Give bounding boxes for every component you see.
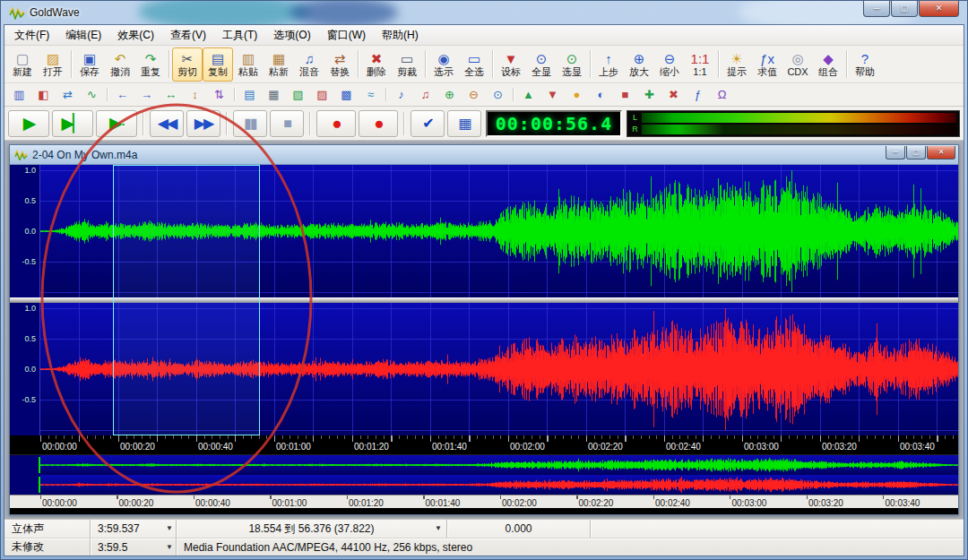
toolbar-button[interactable]: ▼ 设标 bbox=[496, 47, 526, 82]
overview-right-waveform[interactable] bbox=[40, 475, 958, 495]
toolbar-button[interactable]: ▣ 保存 bbox=[74, 47, 105, 82]
dropdown-arrow-icon[interactable]: ▼ bbox=[435, 524, 442, 532]
effect-toolbar-button[interactable]: ⊖ bbox=[462, 85, 486, 105]
document-minimize-button[interactable]: ─ bbox=[886, 146, 905, 159]
toolbar-button[interactable]: ▥ 粘贴 bbox=[233, 47, 264, 82]
effect-tool-icon: ▤ bbox=[244, 89, 255, 101]
channel-mode-cell: 立体声 bbox=[4, 520, 91, 538]
selection-overlay[interactable] bbox=[113, 165, 261, 435]
menu-item[interactable]: 选项(O) bbox=[265, 25, 318, 46]
modified-state-label: 未修改 bbox=[12, 539, 44, 555]
toolbar-button[interactable]: ⊙ 全显 bbox=[526, 47, 557, 82]
overview-left-waveform[interactable] bbox=[40, 455, 958, 475]
transport-button[interactable]: ▶ bbox=[8, 110, 49, 137]
effect-toolbar-button[interactable]: ⇅ bbox=[207, 85, 231, 105]
amplitude-ruler-left[interactable]: 1.00.50.0-0.5 bbox=[10, 165, 40, 297]
effect-toolbar-button[interactable]: ♫ bbox=[413, 85, 437, 105]
effect-toolbar-button[interactable]: ⊙ bbox=[486, 85, 510, 105]
effect-toolbar-button[interactable]: ▲ bbox=[516, 85, 540, 105]
effect-toolbar-button[interactable]: ▤ bbox=[238, 85, 262, 105]
effect-toolbar-button[interactable]: ƒ bbox=[686, 85, 710, 105]
transport-button[interactable]: ✔ bbox=[411, 110, 445, 137]
toolbar-button[interactable]: ↑ 上步 bbox=[593, 47, 624, 82]
dropdown-arrow-icon[interactable]: ▼ bbox=[166, 543, 173, 551]
toolbar-button[interactable]: ▨ 打开 bbox=[38, 47, 68, 82]
transport-button[interactable]: ● bbox=[359, 110, 398, 137]
toolbar-button-label: 组合 bbox=[818, 66, 838, 78]
transport-button[interactable]: ▶∙ bbox=[96, 110, 137, 137]
effect-toolbar-button[interactable]: ▥ bbox=[7, 85, 31, 105]
toolbar-button[interactable]: ✖ 删除 bbox=[361, 47, 392, 82]
effect-toolbar-button[interactable]: ▼ bbox=[540, 85, 565, 105]
effect-toolbar-button[interactable]: Ω bbox=[710, 85, 734, 105]
effect-toolbar-button[interactable]: ← bbox=[110, 85, 134, 105]
menu-item[interactable]: 编辑(E) bbox=[57, 25, 109, 46]
toolbar-button[interactable]: ↷ 重复 bbox=[135, 47, 166, 82]
transport-button[interactable]: ▮▮ bbox=[233, 110, 267, 137]
toolbar-button[interactable]: ↶ 撤消 bbox=[105, 47, 135, 82]
toolbar-button[interactable]: ⇄ 替换 bbox=[324, 47, 355, 82]
toolbar-button[interactable]: ⊙ 选显 bbox=[557, 47, 587, 82]
toolbar-button[interactable]: ▦ 粘新 bbox=[264, 47, 294, 82]
effect-toolbar-button[interactable]: ≈ bbox=[359, 85, 383, 105]
toolbar-button[interactable]: ? 帮助 bbox=[850, 47, 880, 82]
effect-toolbar-button[interactable]: ♪ bbox=[389, 85, 413, 105]
overview-tick-label: 00:02:00 bbox=[502, 498, 537, 508]
effect-toolbar-button[interactable]: ◧ bbox=[31, 85, 56, 105]
transport-button[interactable]: ▶▶ bbox=[186, 110, 220, 137]
effect-toolbar-button[interactable]: ● bbox=[565, 85, 589, 105]
toolbar-button[interactable]: ◎ CDX bbox=[782, 47, 813, 82]
menu-item[interactable]: 查看(V) bbox=[162, 25, 214, 46]
time-ruler[interactable]: 00:00:0000:00:2000:00:4000:01:0000:01:20… bbox=[10, 435, 958, 454]
toolbar-button[interactable]: ♫ 混音 bbox=[294, 47, 324, 82]
transport-button[interactable]: ▦ bbox=[447, 110, 481, 137]
toolbar-button[interactable]: 1:1 1:1 bbox=[685, 47, 715, 82]
effect-toolbar-button[interactable]: ■ bbox=[613, 85, 637, 105]
effect-toolbar-button[interactable]: ⊕ bbox=[437, 85, 462, 105]
effect-toolbar-button[interactable]: ✖ bbox=[661, 85, 686, 105]
effect-toolbar-button[interactable]: ↕ bbox=[183, 85, 207, 105]
menu-item[interactable]: 文件(F) bbox=[6, 25, 57, 46]
toolbar-button[interactable]: ƒx 求值 bbox=[752, 47, 782, 82]
menu-item[interactable]: 工具(T) bbox=[214, 25, 265, 46]
toolbar-button[interactable]: ☀ 提示 bbox=[722, 47, 752, 82]
effect-toolbar-button[interactable]: ⇄ bbox=[56, 85, 80, 105]
dropdown-arrow-icon[interactable]: ▼ bbox=[166, 524, 173, 532]
time-tick-label: 00:02:20 bbox=[588, 442, 623, 452]
effect-toolbar-button[interactable]: ✚ bbox=[637, 85, 661, 105]
document-title-bar[interactable]: 2-04 On My Own.m4a ─ ▢ ✕ bbox=[10, 145, 958, 165]
overview-panel[interactable] bbox=[10, 454, 958, 495]
toolbar-button[interactable]: ⊕ 放大 bbox=[624, 47, 654, 82]
menu-item[interactable]: 窗口(W) bbox=[319, 25, 374, 46]
toolbar-button[interactable]: ◉ 选示 bbox=[428, 47, 459, 82]
effect-toolbar-button[interactable]: ▧ bbox=[286, 85, 310, 105]
toolbar-button[interactable]: ✂ 剪切 bbox=[172, 47, 203, 82]
document-close-button[interactable]: ✕ bbox=[927, 146, 955, 159]
transport-button[interactable]: ● bbox=[316, 110, 356, 137]
close-button[interactable]: ✕ bbox=[919, 1, 959, 17]
menu-item[interactable]: 效果(C) bbox=[109, 25, 162, 46]
effect-toolbar-button[interactable]: ◐ bbox=[589, 85, 613, 105]
effect-toolbar-button[interactable]: → bbox=[134, 85, 159, 105]
toolbar-button[interactable]: ⊖ 缩小 bbox=[654, 47, 685, 82]
toolbar-button[interactable]: ▤ 复制 bbox=[203, 47, 233, 82]
menu-item[interactable]: 帮助(H) bbox=[374, 25, 427, 46]
title-bar[interactable]: GoldWave ─ ▢ ✕ bbox=[4, 1, 964, 24]
minimize-button[interactable]: ─ bbox=[863, 1, 890, 17]
document-maximize-button[interactable]: ▢ bbox=[906, 146, 926, 159]
maximize-button[interactable]: ▢ bbox=[891, 1, 918, 17]
effect-toolbar-button[interactable]: ↔ bbox=[159, 85, 183, 105]
effect-tool-icon: ▦ bbox=[268, 89, 279, 101]
amplitude-ruler-right[interactable]: 1.00.50.0-0.5 bbox=[10, 303, 40, 435]
toolbar-button[interactable]: ▢ 新建 bbox=[7, 47, 38, 82]
toolbar-button[interactable]: ▭ 剪裁 bbox=[392, 47, 422, 82]
effect-toolbar-button[interactable]: ▨ bbox=[310, 85, 334, 105]
toolbar-button[interactable]: ◆ 组合 bbox=[813, 47, 843, 82]
transport-button[interactable]: ▶▏ bbox=[52, 110, 93, 137]
transport-button[interactable]: ◀◀ bbox=[150, 110, 184, 137]
transport-button[interactable]: ■ bbox=[270, 110, 304, 137]
effect-toolbar-button[interactable]: ▦ bbox=[262, 85, 286, 105]
effect-toolbar-button[interactable]: ▩ bbox=[334, 85, 359, 105]
toolbar-button[interactable]: ▭ 全选 bbox=[459, 47, 489, 82]
effect-toolbar-button[interactable]: ∿ bbox=[80, 85, 104, 105]
